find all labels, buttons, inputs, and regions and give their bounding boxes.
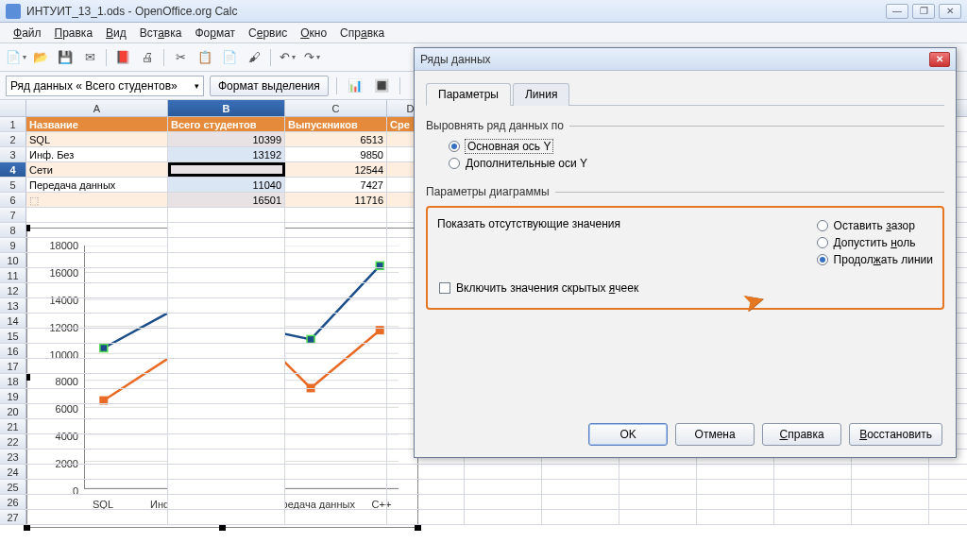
cell[interactable] — [26, 314, 168, 328]
cell[interactable] — [26, 238, 168, 252]
cell[interactable] — [619, 495, 697, 509]
row-header[interactable]: 16 — [0, 344, 26, 358]
cell[interactable] — [26, 374, 168, 388]
cell[interactable] — [619, 510, 697, 524]
cell[interactable] — [387, 495, 465, 509]
cell[interactable] — [26, 298, 168, 313]
cell[interactable] — [619, 480, 697, 494]
cancel-button[interactable]: Отмена — [675, 423, 755, 446]
cell[interactable] — [168, 389, 285, 403]
menu-window[interactable]: Окно — [295, 25, 332, 42]
col-header-C[interactable]: C — [285, 100, 387, 116]
cell[interactable] — [774, 480, 852, 494]
cell[interactable] — [619, 465, 697, 479]
menu-help[interactable]: Справка — [334, 25, 390, 42]
minimize-button[interactable]: ― — [886, 4, 908, 19]
cell[interactable]: 9850 — [285, 147, 387, 161]
cell[interactable] — [285, 268, 387, 282]
cell[interactable]: SQL — [26, 132, 168, 146]
cell[interactable] — [285, 465, 387, 479]
series-name-box[interactable]: Ряд данных « Всего студентов»▾ — [6, 76, 204, 96]
dialog-close-button[interactable]: ✕ — [929, 52, 950, 67]
undo-button[interactable]: ↶▾ — [277, 47, 297, 68]
cell[interactable] — [285, 389, 387, 403]
cell[interactable] — [285, 510, 387, 524]
cell[interactable] — [168, 344, 285, 358]
cell[interactable] — [168, 434, 285, 449]
cell[interactable]: Инф. Без — [26, 147, 168, 161]
cell[interactable] — [285, 223, 387, 237]
active-cell[interactable] — [168, 162, 285, 177]
cell[interactable] — [26, 404, 168, 418]
cell[interactable] — [852, 480, 929, 494]
cell[interactable] — [774, 510, 852, 524]
export-pdf-button[interactable]: 📕 — [112, 47, 133, 68]
cell[interactable] — [26, 359, 168, 373]
cell[interactable] — [168, 253, 285, 267]
row-header[interactable]: 21 — [0, 419, 26, 433]
cell[interactable]: Передача данных — [26, 178, 168, 192]
restore-button[interactable]: Восстановить — [849, 423, 942, 446]
cell[interactable] — [26, 434, 168, 449]
cell[interactable]: Всего студентов — [168, 117, 285, 131]
cell[interactable] — [852, 510, 929, 524]
cell[interactable] — [387, 465, 465, 479]
redo-button[interactable]: ↷▾ — [301, 47, 322, 68]
row-header[interactable]: 15 — [0, 329, 26, 343]
cell[interactable] — [285, 208, 387, 222]
cell[interactable] — [774, 495, 852, 509]
cell[interactable] — [542, 465, 619, 479]
cell[interactable] — [285, 404, 387, 418]
cell[interactable] — [285, 480, 387, 494]
cell[interactable] — [285, 329, 387, 343]
row-header[interactable]: 11 — [0, 268, 26, 282]
cell[interactable]: 6513 — [285, 132, 387, 146]
cell[interactable] — [26, 450, 168, 464]
cell[interactable] — [26, 389, 168, 403]
col-header-B[interactable]: B — [168, 100, 285, 116]
chart-type-button[interactable]: 📊 — [345, 76, 365, 96]
radio-leave-gap[interactable] — [817, 220, 828, 231]
row-header[interactable]: 25 — [0, 480, 26, 494]
row-header[interactable]: 20 — [0, 404, 26, 418]
cell[interactable] — [285, 298, 387, 313]
cell[interactable] — [168, 419, 285, 433]
cell[interactable] — [168, 510, 285, 524]
cell[interactable] — [542, 510, 619, 524]
email-button[interactable]: ✉ — [79, 47, 100, 68]
cell[interactable] — [465, 480, 542, 494]
radio-assume-zero[interactable] — [817, 237, 828, 248]
cell[interactable] — [697, 465, 774, 479]
ok-button[interactable]: OK — [588, 423, 668, 446]
cell[interactable] — [168, 450, 285, 464]
cell[interactable] — [168, 314, 285, 328]
row-header[interactable]: 2 — [0, 132, 26, 146]
cell[interactable] — [26, 253, 168, 267]
cell[interactable] — [465, 465, 542, 479]
row-header[interactable]: 22 — [0, 434, 26, 449]
format-selection-button[interactable]: Формат выделения — [210, 76, 329, 96]
cell[interactable] — [465, 510, 542, 524]
checkbox-hidden-cells[interactable] — [439, 282, 450, 294]
cell[interactable]: 13192 — [168, 147, 285, 161]
cell[interactable] — [168, 298, 285, 313]
cell[interactable] — [168, 480, 285, 494]
cell[interactable] — [285, 314, 387, 328]
cell[interactable] — [26, 268, 168, 282]
row-header[interactable]: 27 — [0, 510, 26, 524]
tab-parameters[interactable]: Параметры — [426, 83, 511, 106]
row-header[interactable]: 19 — [0, 389, 26, 403]
save-button[interactable]: 💾 — [55, 47, 76, 68]
cell[interactable] — [285, 495, 387, 509]
cell[interactable]: 7427 — [285, 178, 387, 192]
cut-button[interactable]: ✂ — [170, 47, 191, 68]
row-header[interactable]: 26 — [0, 495, 26, 509]
row-header[interactable]: 9 — [0, 238, 26, 252]
cell[interactable] — [285, 359, 387, 373]
paste-button[interactable]: 📄 — [219, 47, 240, 68]
cell[interactable] — [26, 223, 168, 237]
row-header[interactable]: 3 — [0, 147, 26, 161]
cell[interactable] — [168, 465, 285, 479]
row-header[interactable]: 14 — [0, 314, 26, 328]
cell[interactable] — [168, 268, 285, 282]
